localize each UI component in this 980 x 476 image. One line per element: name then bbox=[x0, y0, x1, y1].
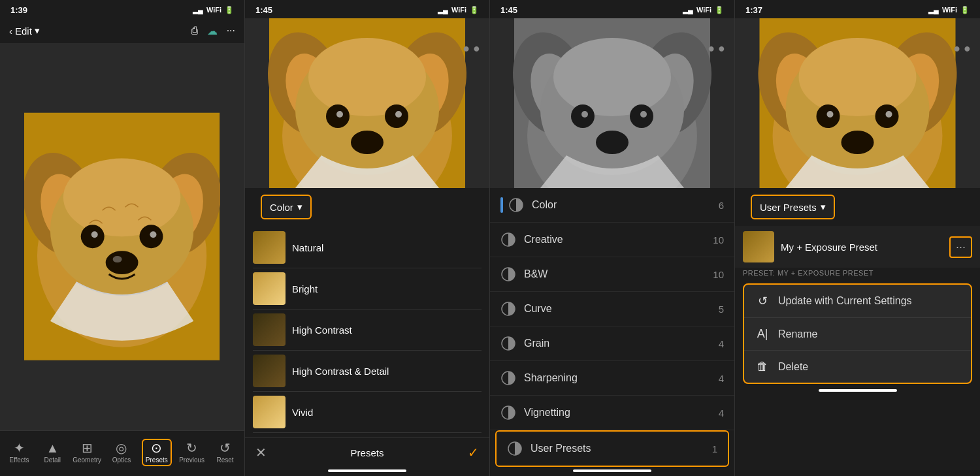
user-presets-category-icon bbox=[507, 441, 523, 456]
bottom-toolbar-1: ✦ Effects ▲ Detail ⊞ Geometry ◎ Optics ⊙… bbox=[0, 430, 244, 476]
category-item-creative[interactable]: Creative 10 bbox=[490, 223, 734, 257]
category-left-grain: Grain bbox=[500, 336, 549, 351]
bw-category-icon bbox=[500, 266, 516, 282]
blue-indicator bbox=[500, 197, 503, 213]
context-menu-item-update[interactable]: ↺ Update with Current Settings bbox=[744, 285, 971, 318]
category-item-vignetting[interactable]: Vignetting 4 bbox=[490, 396, 734, 430]
category-count-color: 6 bbox=[719, 200, 724, 211]
presets-label: Presets bbox=[146, 456, 168, 464]
user-preset-more-button[interactable]: ··· bbox=[949, 236, 972, 258]
share-icon[interactable]: ⎙ bbox=[191, 25, 198, 37]
category-name-color: Color bbox=[532, 199, 557, 211]
svg-point-37 bbox=[581, 111, 588, 118]
user-presets-chevron-icon: ▾ bbox=[821, 201, 826, 213]
category-left-bw: B&W bbox=[500, 266, 547, 282]
context-menu-item-delete[interactable]: 🗑 Delete bbox=[744, 351, 971, 383]
list-item[interactable]: Bright bbox=[253, 268, 482, 309]
geometry-icon: ⊞ bbox=[82, 441, 93, 454]
back-icon[interactable]: ‹ bbox=[9, 25, 12, 37]
svg-point-21 bbox=[308, 38, 426, 116]
reset-icon: ↺ bbox=[220, 441, 231, 454]
category-left-creative: Creative bbox=[500, 232, 563, 247]
status-icons-2: ▂▄ WiFi 🔋 bbox=[438, 6, 479, 14]
category-count-creative: 10 bbox=[713, 234, 724, 246]
user-presets-dropdown-label: User Presets bbox=[760, 202, 817, 213]
color-dropdown[interactable]: Color ▾ bbox=[261, 195, 312, 219]
preset-name-bright: Bright bbox=[292, 283, 318, 294]
reset-label: Reset bbox=[216, 456, 233, 464]
photo-area-4: ● ● bbox=[735, 18, 980, 188]
category-left-color: Color bbox=[500, 197, 557, 213]
svg-point-60 bbox=[841, 131, 874, 154]
more-icon[interactable]: ··· bbox=[227, 25, 235, 37]
time-2: 1:45 bbox=[255, 5, 272, 15]
grain-category-icon bbox=[500, 336, 516, 351]
back-edit[interactable]: ‹ Edit ▾ bbox=[9, 25, 40, 37]
preset-footer: ✕ Presets ✓ bbox=[245, 437, 489, 467]
category-left-curve: Curve bbox=[500, 301, 552, 317]
top-dots-3: ● ● bbox=[708, 42, 725, 56]
confirm-button[interactable]: ✓ bbox=[468, 445, 479, 460]
list-item[interactable]: High Contrast & Detail bbox=[253, 351, 482, 392]
panel-1: 1:39 ▂▄ WiFi 🔋 ‹ Edit ▾ ⎙ ☁ ··· bbox=[0, 0, 245, 476]
category-name-bw: B&W bbox=[524, 268, 547, 280]
category-item-user-presets[interactable]: User Presets 1 bbox=[495, 430, 729, 467]
panel-3: 1:45 ▂▄ WiFi 🔋 ● ● bbox=[490, 0, 735, 476]
category-left-sharpening: Sharpening bbox=[500, 370, 578, 386]
user-preset-row[interactable]: My + Exposure Preset ··· bbox=[735, 226, 980, 268]
context-menu: ↺ Update with Current Settings A| Rename… bbox=[743, 283, 972, 384]
home-indicator-4 bbox=[819, 389, 897, 392]
category-item-grain[interactable]: Grain 4 bbox=[490, 326, 734, 361]
optics-label: Optics bbox=[112, 456, 131, 464]
category-list: Color 6 Creative 10 B&W 10 bbox=[490, 188, 734, 467]
category-item-sharpening[interactable]: Sharpening 4 bbox=[490, 361, 734, 396]
status-bar-4: 1:37 ▂▄ WiFi 🔋 bbox=[735, 0, 980, 18]
vignetting-category-icon bbox=[500, 405, 516, 420]
dropdown-chevron-icon: ▾ bbox=[297, 201, 302, 213]
svg-point-12 bbox=[106, 251, 139, 274]
svg-point-39 bbox=[596, 131, 629, 154]
tool-reset[interactable]: ↺ Reset bbox=[212, 441, 238, 464]
time-1: 1:39 bbox=[10, 5, 27, 15]
category-name-curve: Curve bbox=[524, 303, 552, 315]
cancel-button[interactable]: ✕ bbox=[255, 445, 267, 460]
category-left-vignetting: Vignetting bbox=[500, 405, 570, 420]
category-count-user-presets: 1 bbox=[712, 443, 717, 454]
tool-presets[interactable]: ⊙ Presets bbox=[142, 439, 172, 466]
chevron-icon: ▾ bbox=[35, 25, 40, 37]
list-item[interactable]: High Contrast bbox=[253, 309, 482, 351]
presets-icon: ⊙ bbox=[151, 441, 162, 454]
previous-icon: ↻ bbox=[186, 441, 197, 454]
tool-previous[interactable]: ↻ Previous bbox=[179, 441, 205, 464]
edit-label[interactable]: Edit bbox=[15, 25, 32, 37]
category-count-bw: 10 bbox=[713, 269, 724, 280]
preset-name-vivid: Vivid bbox=[292, 407, 313, 418]
svg-point-55 bbox=[799, 38, 917, 116]
update-icon: ↺ bbox=[755, 294, 770, 308]
tool-geometry[interactable]: ⊞ Geometry bbox=[73, 441, 101, 464]
rename-label: Rename bbox=[778, 328, 817, 340]
list-item[interactable]: Natural bbox=[253, 227, 482, 268]
color-category-icon bbox=[508, 197, 524, 213]
preset-thumb-hcd bbox=[253, 355, 286, 387]
photo-area-3: ● ● bbox=[490, 18, 734, 188]
svg-point-7 bbox=[63, 159, 181, 237]
cloud-icon[interactable]: ☁ bbox=[207, 25, 218, 37]
category-item-bw[interactable]: B&W 10 bbox=[490, 257, 734, 292]
tool-optics[interactable]: ◎ Optics bbox=[108, 441, 135, 464]
category-item-curve[interactable]: Curve 5 bbox=[490, 292, 734, 326]
category-item-color[interactable]: Color 6 bbox=[490, 188, 734, 223]
tool-effects[interactable]: ✦ Effects bbox=[6, 441, 32, 464]
context-menu-item-rename[interactable]: A| Rename bbox=[744, 318, 971, 351]
preset-thumb-vivid bbox=[253, 396, 286, 428]
tool-detail[interactable]: ▲ Detail bbox=[39, 441, 65, 464]
category-name-grain: Grain bbox=[524, 338, 549, 349]
list-item[interactable]: Vivid bbox=[253, 392, 482, 433]
user-preset-thumbnail bbox=[743, 231, 774, 262]
sharpening-category-icon bbox=[500, 370, 516, 386]
effects-label: Effects bbox=[9, 456, 29, 464]
svg-point-58 bbox=[827, 111, 834, 118]
preset-name-highcontrast: High Contrast bbox=[292, 325, 352, 336]
user-presets-dropdown[interactable]: User Presets ▾ bbox=[751, 195, 835, 219]
category-count-sharpening: 4 bbox=[719, 373, 724, 384]
